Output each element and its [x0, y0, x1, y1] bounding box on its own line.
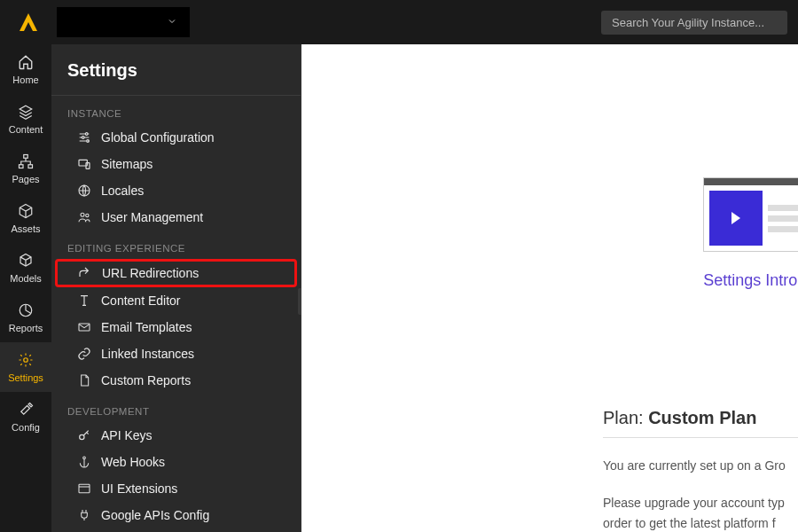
rail-label: Config	[12, 422, 40, 433]
section-editing: EDITING EXPERIENCE	[51, 231, 301, 259]
users-icon	[76, 209, 92, 225]
video-thumbnail	[703, 177, 798, 252]
instance-selector[interactable]	[57, 7, 190, 37]
nav-rail: Home Content Pages Assets Models Reports…	[0, 44, 51, 532]
sitemap-icon	[17, 153, 35, 170]
menu-linked-instances[interactable]: Linked Instances	[55, 340, 297, 367]
menu-user-management[interactable]: User Management	[55, 204, 297, 231]
agility-logo-icon	[18, 12, 39, 33]
rail-label: Content	[9, 124, 43, 135]
plan-line: Please upgrade your account typ order to…	[603, 493, 798, 532]
wrench-icon	[17, 401, 35, 419]
menu-label: URL Redirections	[102, 266, 199, 280]
window-icon	[76, 481, 92, 497]
menu-label: API Keys	[101, 428, 153, 442]
rail-models[interactable]: Models	[0, 243, 51, 293]
devices-icon	[76, 156, 92, 172]
rail-pages[interactable]: Pages	[0, 144, 51, 193]
menu-email-templates[interactable]: Email Templates	[55, 314, 297, 340]
rail-assets[interactable]: Assets	[0, 193, 51, 243]
topbar	[0, 0, 798, 44]
menu-google-apis[interactable]: Google APIs Config	[55, 502, 297, 528]
svg-rect-2	[28, 165, 33, 168]
rail-label: Models	[10, 273, 41, 284]
menu-custom-reports[interactable]: Custom Reports	[55, 367, 297, 394]
menu-sitemaps[interactable]: Sitemaps	[55, 151, 297, 177]
rail-content[interactable]: Content	[0, 94, 51, 144]
menu-label: Global Configuration	[101, 130, 215, 145]
box-icon	[17, 202, 35, 220]
svg-point-6	[82, 137, 84, 139]
rail-settings[interactable]: Settings	[0, 342, 51, 392]
rail-config[interactable]: Config	[0, 392, 51, 442]
rail-label: Home	[12, 74, 38, 85]
menu-label: Custom Reports	[101, 373, 191, 387]
menu-label: Email Templates	[101, 320, 192, 334]
svg-rect-1	[20, 165, 24, 168]
plan-info: Plan: Custom Plan You are currently set …	[603, 408, 798, 532]
svg-point-4	[24, 358, 28, 363]
menu-ui-extensions[interactable]: UI Extensions	[55, 475, 297, 502]
gear-icon	[17, 351, 35, 369]
menu-label: Web Hooks	[101, 455, 165, 469]
menu-api-keys[interactable]: API Keys	[55, 422, 297, 449]
menu-label: User Management	[101, 210, 203, 224]
menu-url-redirections[interactable]: URL Redirections	[55, 259, 297, 287]
rail-label: Settings	[8, 372, 43, 383]
link-icon	[76, 346, 92, 362]
menu-label: Linked Instances	[101, 347, 194, 361]
plan-line: You are currently set up on a Gro	[603, 456, 798, 475]
mail-icon	[76, 319, 92, 335]
rail-label: Pages	[12, 174, 39, 184]
anchor-icon	[76, 454, 92, 470]
menu-label: Google APIs Config	[101, 508, 209, 522]
rail-label: Assets	[11, 223, 40, 234]
svg-point-5	[85, 133, 88, 136]
key-icon	[76, 427, 92, 443]
search-input-wrap[interactable]	[601, 11, 787, 35]
settings-sidebar: Settings INSTANCE Global Configuration S…	[51, 44, 301, 532]
chevron-down-icon	[167, 14, 177, 30]
search-input[interactable]	[612, 16, 777, 29]
layers-icon	[17, 103, 35, 121]
svg-rect-0	[24, 155, 28, 159]
svg-rect-9	[86, 163, 90, 169]
svg-point-11	[81, 213, 84, 216]
rail-label: Reports	[9, 323, 43, 333]
text-icon	[76, 293, 92, 309]
menu-label: Sitemaps	[101, 157, 153, 171]
app-logo[interactable]	[11, 12, 46, 33]
settings-title: Settings	[51, 44, 301, 95]
content-area: Settings Intro Vide Plan: Custom Plan Yo…	[301, 44, 798, 532]
sliders-icon	[76, 129, 92, 145]
plug-icon	[76, 507, 92, 523]
document-icon	[76, 372, 92, 388]
redirect-icon	[77, 265, 93, 281]
intro-video-card[interactable]: Settings Intro Vide	[703, 177, 798, 290]
svg-point-14	[80, 434, 84, 439]
menu-locales[interactable]: Locales	[55, 177, 297, 204]
plan-title: Plan: Custom Plan	[603, 408, 798, 438]
globe-icon	[76, 183, 92, 199]
home-icon	[17, 53, 35, 71]
intro-video-link[interactable]: Settings Intro Vide	[703, 271, 798, 290]
svg-rect-13	[79, 324, 90, 331]
rail-reports[interactable]: Reports	[0, 293, 51, 342]
menu-label: UI Extensions	[101, 481, 177, 496]
menu-label: Content Editor	[101, 293, 181, 308]
svg-point-15	[83, 457, 86, 459]
cube-icon	[17, 252, 35, 270]
menu-global-config[interactable]: Global Configuration	[55, 124, 297, 151]
section-development: DEVELOPMENT	[51, 394, 301, 422]
rail-home[interactable]: Home	[0, 44, 51, 94]
pie-icon	[17, 301, 35, 319]
menu-web-hooks[interactable]: Web Hooks	[55, 449, 297, 475]
svg-point-12	[86, 214, 89, 216]
menu-content-editor[interactable]: Content Editor	[55, 287, 297, 314]
svg-rect-16	[79, 484, 90, 492]
menu-label: Locales	[101, 184, 144, 198]
section-instance: INSTANCE	[51, 96, 301, 124]
play-icon	[709, 191, 763, 246]
